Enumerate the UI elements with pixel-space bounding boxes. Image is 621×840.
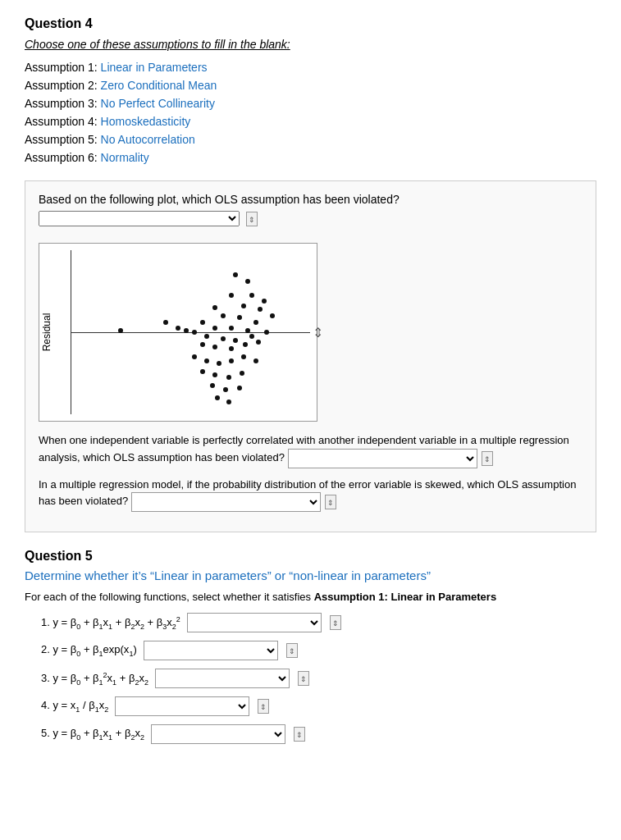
assumption-list: Assumption 1: Linear in Parameters Assum… bbox=[25, 61, 596, 164]
plot-select-spinner: ⇕ bbox=[246, 212, 258, 226]
dot bbox=[212, 345, 217, 349]
skewed-select-spinner: ⇕ bbox=[325, 495, 336, 509]
function-5-select[interactable]: Linear in Parameters Non-linear in Param… bbox=[151, 724, 285, 744]
dot bbox=[221, 336, 226, 341]
assumption-3: Assumption 3: No Perfect Collinearity bbox=[25, 97, 596, 110]
q4-collinearity-select-wrapper: Assumption 1: Linear in Parameters Assum… bbox=[288, 449, 494, 468]
question5-section: Question 5 Determine whether it’s “Linea… bbox=[25, 549, 596, 744]
q5-desc-text: For each of the following functions, sel… bbox=[25, 591, 314, 603]
dot bbox=[249, 293, 254, 298]
function-4-spinner: ⇕ bbox=[258, 699, 269, 714]
dot bbox=[204, 334, 209, 339]
plot-y-label: Residual bbox=[41, 313, 53, 352]
q4-skewed-row: In a multiple regression model, if the p… bbox=[39, 477, 582, 513]
question4-title: Question 4 bbox=[25, 16, 596, 31]
dot bbox=[262, 299, 267, 304]
function-2-label: 2. y = β0 + β1exp(x1) bbox=[41, 643, 137, 658]
function-item-5: 5. y = β0 + β1x1 + β2x2 Linear in Parame… bbox=[41, 724, 596, 744]
function-4-label: 4. y = x1 / β1x2 bbox=[41, 699, 108, 714]
function-item-2: 2. y = β0 + β1exp(x1) Linear in Paramete… bbox=[41, 641, 596, 660]
plot-question-row: Based on the following plot, which OLS a… bbox=[39, 193, 582, 226]
function-2-select[interactable]: Linear in Parameters Non-linear in Param… bbox=[144, 641, 278, 660]
question5-title: Question 5 bbox=[25, 549, 596, 564]
assumption-2: Assumption 2: Zero Conditional Mean bbox=[25, 79, 596, 92]
dot bbox=[217, 361, 221, 366]
dot bbox=[212, 326, 217, 331]
dot bbox=[212, 372, 217, 377]
plot-scroll-indicator: ⇕ bbox=[313, 325, 323, 340]
dot bbox=[176, 326, 180, 331]
q4-collinearity-select[interactable]: Assumption 1: Linear in Parameters Assum… bbox=[288, 449, 477, 468]
dot bbox=[200, 320, 205, 325]
question5-subheader: Determine whether it’s “Linear in parame… bbox=[25, 568, 596, 582]
scatter-plot: Residual bbox=[39, 243, 317, 422]
dot bbox=[237, 386, 242, 390]
dot bbox=[233, 338, 238, 343]
dot bbox=[233, 272, 238, 277]
question5-desc: For each of the following functions, sel… bbox=[25, 591, 596, 603]
dot bbox=[184, 328, 189, 333]
dot bbox=[204, 358, 209, 363]
dot bbox=[200, 342, 205, 347]
q4-skewed-select-wrapper: Assumption 1: Linear in Parameters Assum… bbox=[131, 492, 337, 512]
dot bbox=[264, 330, 269, 335]
function-1-select[interactable]: Linear in Parameters Non-linear in Param… bbox=[187, 613, 322, 632]
dot bbox=[221, 313, 226, 318]
dot bbox=[229, 293, 234, 298]
function-item-1: 1. y = β0 + β1x1 + β2x2 + β3x22 Linear i… bbox=[41, 613, 596, 632]
dot bbox=[210, 383, 215, 388]
dot bbox=[258, 307, 263, 312]
dot bbox=[241, 354, 246, 359]
function-item-4: 4. y = x1 / β1x2 Linear in Parameters No… bbox=[41, 696, 596, 716]
dot bbox=[240, 371, 244, 376]
dot bbox=[256, 340, 261, 345]
plot-question-text: Based on the following plot, which OLS a… bbox=[39, 193, 400, 206]
dot bbox=[226, 375, 231, 380]
dot bbox=[229, 346, 234, 351]
q5-desc-bold: Assumption 1: Linear in Parameters bbox=[314, 591, 497, 603]
function-5-spinner: ⇕ bbox=[294, 727, 305, 742]
q4-collinearity-row: When one independent variable is perfect… bbox=[39, 432, 582, 468]
dot bbox=[229, 358, 234, 363]
function-3-label: 3. y = β0 + β12x1 + β2x2 bbox=[41, 671, 148, 687]
function-3-spinner: ⇕ bbox=[298, 671, 309, 686]
question4-box: Based on the following plot, which OLS a… bbox=[25, 180, 596, 532]
plot-area: ⇕ bbox=[71, 250, 310, 414]
dot bbox=[192, 330, 197, 335]
function-5-label: 5. y = β0 + β1x1 + β2x2 bbox=[41, 727, 144, 742]
plot-question-select[interactable]: Assumption 1: Linear in Parameters Assum… bbox=[39, 211, 240, 226]
function-2-spinner: ⇕ bbox=[286, 643, 298, 658]
dot bbox=[226, 399, 231, 404]
function-4-select[interactable]: Linear in Parameters Non-linear in Param… bbox=[115, 696, 249, 716]
dot bbox=[241, 304, 246, 308]
dot bbox=[245, 279, 250, 284]
assumption-1: Assumption 1: Linear in Parameters bbox=[25, 61, 596, 74]
dot bbox=[249, 334, 254, 339]
q4-skewed-select[interactable]: Assumption 1: Linear in Parameters Assum… bbox=[131, 492, 321, 512]
dot bbox=[215, 395, 220, 400]
function-1-label: 1. y = β0 + β1x1 + β2x2 + β3x22 bbox=[41, 615, 180, 631]
function-list: 1. y = β0 + β1x1 + β2x2 + β3x22 Linear i… bbox=[25, 613, 596, 744]
dot bbox=[243, 342, 248, 347]
assumption-5: Assumption 5: No Autocorrelation bbox=[25, 133, 596, 146]
dot bbox=[253, 358, 258, 363]
assumption-4: Assumption 4: Homoskedasticity bbox=[25, 115, 596, 128]
function-1-spinner: ⇕ bbox=[330, 615, 341, 630]
function-3-select[interactable]: Linear in Parameters Non-linear in Param… bbox=[155, 669, 290, 688]
dot bbox=[223, 387, 228, 392]
dot bbox=[253, 320, 258, 325]
dot bbox=[229, 326, 234, 331]
dot bbox=[192, 354, 197, 359]
dot bbox=[270, 313, 275, 318]
assumption-6: Assumption 6: Normality bbox=[25, 151, 596, 164]
dot bbox=[212, 305, 217, 310]
dot bbox=[245, 328, 250, 333]
function-item-3: 3. y = β0 + β12x1 + β2x2 Linear in Param… bbox=[41, 669, 596, 688]
dot bbox=[118, 328, 123, 333]
dot bbox=[200, 369, 205, 374]
dot bbox=[163, 320, 168, 325]
collinearity-select-spinner: ⇕ bbox=[482, 451, 493, 466]
horizontal-axis bbox=[71, 332, 310, 333]
dot bbox=[237, 315, 242, 320]
instruction-text: Choose one of these assumptions to fill … bbox=[25, 38, 596, 51]
